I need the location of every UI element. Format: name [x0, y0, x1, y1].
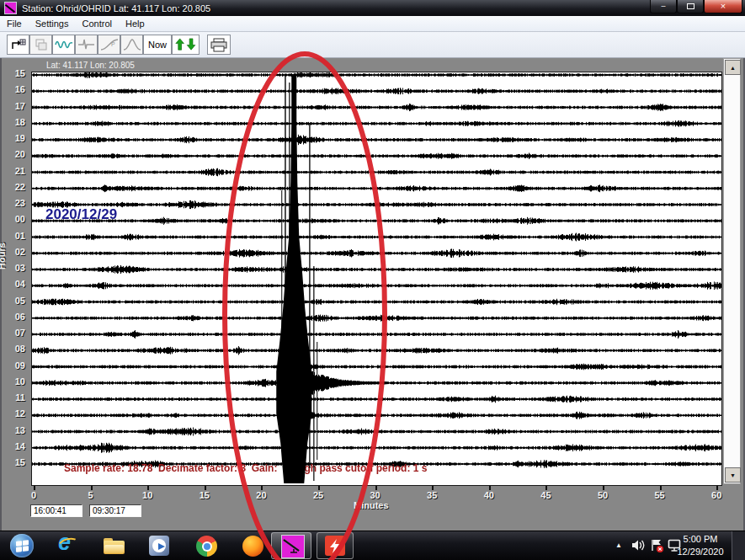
hour-label: 23	[0, 198, 28, 208]
chrome-button[interactable]	[195, 535, 218, 557]
hour-label: 06	[0, 312, 28, 322]
bell-curve-button[interactable]	[120, 35, 143, 55]
date-annotation: 2020/12/29	[45, 206, 117, 223]
response-curve-icon: P	[100, 38, 119, 51]
minute-tick-label: 30	[363, 490, 388, 500]
hour-label: 12	[0, 408, 28, 419]
elapsed-time-box[interactable]: 09:30:17	[89, 504, 141, 517]
volume-icon[interactable]	[631, 539, 647, 555]
hours-axis-label: Hours	[0, 243, 7, 269]
save-button[interactable]	[29, 35, 52, 55]
hour-label: 05	[0, 296, 28, 306]
now-button[interactable]: Now	[143, 35, 172, 55]
save-icon	[33, 38, 50, 51]
minute-tick-label: 5	[78, 490, 104, 500]
show-desktop-button[interactable]	[732, 531, 745, 560]
minutes-axis-label: Minutes	[354, 500, 389, 510]
close-button[interactable]: ×	[704, 0, 742, 13]
open-button[interactable]	[7, 35, 29, 55]
minute-tick-label: 0	[21, 490, 46, 500]
minute-tick-label: 10	[135, 490, 160, 500]
taskbar: e ▲ 5:00 PM 12/29/2020	[0, 531, 745, 560]
status-line: Sample rate: 18.78 Decimate factor: 3 Ga…	[64, 462, 427, 474]
hour-label: 08	[0, 344, 28, 354]
file-explorer-button[interactable]	[103, 535, 125, 557]
minute-tick-label: 40	[476, 490, 502, 500]
hour-label: 10	[0, 376, 28, 387]
hour-label: 15	[0, 457, 28, 467]
hour-label: 01	[0, 231, 28, 241]
menu-help[interactable]: Help	[125, 19, 145, 29]
minute-tick-label: 15	[192, 490, 217, 500]
seismograph-app-icon	[281, 535, 305, 558]
minute-tick-label: 60	[704, 490, 729, 500]
tray-clock[interactable]: 5:00 PM 12/29/2020	[673, 533, 727, 558]
firefox-button[interactable]	[242, 535, 264, 557]
window-title: Station: Ohrid/OHRID Lat: 41.117 Lon: 20…	[22, 3, 210, 13]
media-player-button[interactable]	[148, 535, 171, 557]
internet-explorer-button[interactable]: e	[57, 535, 80, 557]
action-center-flag-icon[interactable]	[650, 539, 664, 556]
minute-tick-label: 20	[248, 490, 274, 500]
start-time-box[interactable]: 16:00:41	[30, 504, 82, 517]
response-curve-button[interactable]: P	[98, 35, 120, 55]
hour-label: 21	[0, 166, 28, 176]
hour-label: 13	[0, 425, 28, 435]
minute-tick-label: 50	[590, 490, 615, 500]
svg-text:P: P	[111, 41, 115, 47]
chrome-icon	[196, 536, 217, 557]
hour-label: 11	[0, 392, 28, 403]
waveform-button[interactable]	[52, 35, 75, 55]
clock-date: 12/29/2020	[673, 546, 727, 558]
hour-label: 22	[0, 182, 28, 192]
printer-icon	[210, 38, 228, 52]
minute-tick-label: 25	[306, 490, 331, 500]
open-icon	[10, 38, 27, 51]
hour-label: 16	[0, 84, 28, 94]
menu-file[interactable]: File	[7, 19, 22, 29]
tray-expand-icon[interactable]: ▲	[615, 541, 622, 549]
helicorder-panel: Lat: 41.117 Lon: 20.805 1516171819202122…	[0, 57, 745, 531]
seismogram-canvas[interactable]	[31, 72, 722, 486]
hour-label: 14	[0, 441, 28, 451]
vertical-scrollbar[interactable]: ▲ ▼	[723, 58, 741, 484]
screenshot-app-button[interactable]	[317, 532, 354, 559]
scroll-down-arrow[interactable]: ▼	[725, 467, 741, 483]
scroll-updown-button[interactable]	[172, 35, 200, 55]
hour-label: 19	[0, 133, 28, 143]
print-button[interactable]	[207, 35, 231, 55]
minute-tick-label: 35	[419, 490, 444, 500]
hour-label: 09	[0, 360, 28, 371]
hour-label: 07	[0, 328, 28, 338]
title-bar: Station: Ohrid/OHRID Lat: 41.117 Lon: 20…	[0, 0, 745, 16]
maximize-button[interactable]	[677, 0, 704, 13]
scroll-up-arrow[interactable]: ▲	[725, 60, 741, 75]
clock-time: 5:00 PM	[673, 533, 727, 546]
windows-logo-icon	[16, 540, 29, 552]
seismograph-app-button[interactable]	[271, 532, 311, 559]
hour-label: 17	[0, 101, 28, 111]
waveform-icon	[55, 38, 73, 51]
hour-label: 04	[0, 279, 28, 289]
hour-label: 20	[0, 149, 28, 159]
firefox-icon	[242, 536, 263, 557]
minute-tick-label: 55	[647, 490, 673, 500]
hour-label: 15	[0, 68, 28, 78]
media-player-icon	[149, 536, 169, 556]
filter-icon	[77, 38, 96, 51]
plot-header: Lat: 41.117 Lon: 20.805	[46, 61, 135, 70]
minute-tick-label: 45	[533, 490, 558, 500]
menu-control[interactable]: Control	[82, 19, 111, 29]
hour-label: 18	[0, 117, 28, 127]
menu-bar: FileSettingsControlHelp	[0, 16, 745, 32]
bell-curve-icon	[123, 38, 141, 51]
toolbar: P Now	[0, 32, 745, 58]
menu-settings[interactable]: Settings	[35, 19, 69, 29]
minimize-button[interactable]: –	[650, 0, 677, 13]
start-button[interactable]	[10, 534, 34, 557]
screenshot-app-icon	[325, 536, 345, 556]
app-icon	[4, 2, 17, 14]
hour-label: 00	[0, 214, 28, 224]
up-down-arrows-icon	[175, 37, 197, 52]
filter-button[interactable]	[75, 35, 98, 55]
